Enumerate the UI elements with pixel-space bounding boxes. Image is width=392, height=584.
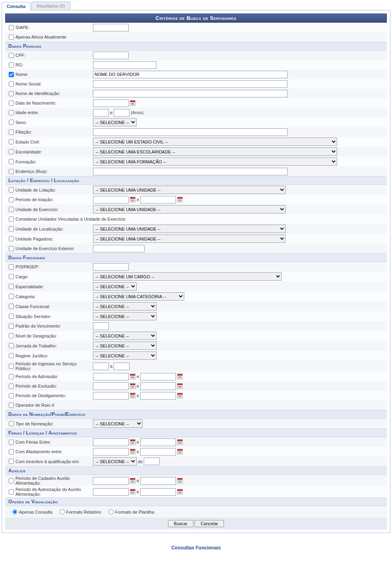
chk-aux-autorizacao[interactable] <box>9 489 14 495</box>
radio-relatorio[interactable] <box>60 509 65 514</box>
inp-incentivo-ano[interactable] <box>144 458 160 465</box>
inp-nome[interactable] <box>93 71 288 78</box>
chk-filiacao[interactable] <box>9 130 14 135</box>
chk-nome[interactable] <box>9 72 14 77</box>
chk-idade[interactable] <box>9 110 14 115</box>
calendar-icon[interactable] <box>177 197 183 202</box>
cancelar-button[interactable]: Cancelar <box>195 520 224 527</box>
inp-exclusao-ate[interactable] <box>140 382 176 390</box>
inp-aux-cad-ate[interactable] <box>140 477 176 485</box>
calendar-icon[interactable] <box>130 374 135 379</box>
chk-raiox[interactable] <box>9 403 14 408</box>
sel-especialidade[interactable]: -- SELECIONE -- <box>93 282 137 291</box>
inp-ferias-ate[interactable] <box>140 438 176 446</box>
calendar-icon[interactable] <box>130 489 135 495</box>
chk-jornada[interactable] <box>9 343 14 348</box>
chk-unid-lotacao[interactable] <box>9 187 14 192</box>
chk-nome-ident[interactable] <box>9 91 14 96</box>
inp-nome-social[interactable] <box>93 80 288 88</box>
inp-rg[interactable] <box>93 61 156 69</box>
chk-com-incentivo[interactable] <box>9 459 14 464</box>
inp-endereco[interactable] <box>93 168 288 175</box>
sel-jornada[interactable]: -- SELECIONE -- <box>93 341 156 350</box>
sel-formacao[interactable]: -- SELECIONE UMA FORMAÇÃO -- <box>93 157 337 166</box>
chk-ativos[interactable] <box>9 35 14 40</box>
inp-afast-ate[interactable] <box>140 448 176 456</box>
sel-unid-pagadora[interactable]: -- SELECIONE UMA UNIDADE -- <box>93 235 286 243</box>
inp-siape[interactable] <box>93 24 129 31</box>
chk-unid-localizacao[interactable] <box>9 226 14 231</box>
inp-ferias-de[interactable] <box>93 438 129 446</box>
calendar-icon[interactable] <box>177 374 183 379</box>
chk-siape[interactable] <box>9 25 14 30</box>
tab-consulta[interactable]: Consulta <box>2 2 31 10</box>
chk-pis[interactable] <box>9 264 14 270</box>
buscar-button[interactable]: Buscar <box>168 520 193 527</box>
inp-aux-aut-de[interactable] <box>93 488 129 496</box>
inp-unid-ext[interactable] <box>93 245 145 252</box>
chk-rg[interactable] <box>9 62 14 68</box>
chk-com-ferias[interactable] <box>9 440 14 445</box>
sel-unid-exercicio[interactable]: -- SELECIONE UMA UNIDADE -- <box>93 205 286 213</box>
inp-idade-de[interactable] <box>93 109 109 116</box>
sel-regime[interactable]: -- SELECIONE -- <box>93 351 156 360</box>
chk-endereco[interactable] <box>9 169 14 174</box>
chk-especialidade[interactable] <box>9 284 14 289</box>
inp-periodo-lotacao-de[interactable] <box>93 196 129 204</box>
chk-unid-exercicio[interactable] <box>9 207 14 212</box>
chk-admissao[interactable] <box>9 374 14 379</box>
inp-padrao[interactable] <box>93 322 109 330</box>
chk-com-afast[interactable] <box>9 449 14 454</box>
chk-desligamento[interactable] <box>9 393 14 398</box>
calendar-icon[interactable] <box>130 197 135 202</box>
calendar-icon[interactable] <box>130 393 135 398</box>
sel-unid-localizacao[interactable]: -- SELECIONE UMA UNIDADE -- <box>93 225 286 233</box>
sel-incentivo[interactable]: -- SELECIONE -- <box>93 457 137 466</box>
inp-admissao-de[interactable] <box>93 373 129 380</box>
chk-unid-pagadora[interactable] <box>9 236 14 241</box>
inp-idade-ate[interactable] <box>114 109 129 116</box>
chk-periodo-lotacao[interactable] <box>9 197 14 202</box>
inp-filiacao[interactable] <box>93 128 288 136</box>
chk-data-nasc[interactable] <box>9 101 14 106</box>
chk-categoria[interactable] <box>9 294 14 299</box>
inp-ingresso-de[interactable] <box>93 363 109 370</box>
tab-resultados[interactable]: Resultados (0) <box>31 2 70 10</box>
chk-considerar[interactable] <box>9 217 14 222</box>
chk-classe[interactable] <box>9 304 14 309</box>
chk-cargo[interactable] <box>9 274 14 279</box>
calendar-icon[interactable] <box>177 478 183 483</box>
footer-link[interactable]: Consultas Funcionais <box>2 545 390 551</box>
chk-ingresso[interactable] <box>9 364 14 369</box>
calendar-icon[interactable] <box>130 100 135 106</box>
calendar-icon[interactable] <box>130 449 135 454</box>
sel-sexo[interactable]: -- SELECIONE -- <box>93 118 137 126</box>
chk-sexo[interactable] <box>9 120 14 125</box>
inp-periodo-lotacao-ate[interactable] <box>140 196 176 204</box>
chk-cpf[interactable] <box>9 53 14 58</box>
sel-classe[interactable]: -- SELECIONE -- <box>93 302 156 310</box>
chk-estado-civil[interactable] <box>9 139 14 144</box>
inp-cpf[interactable] <box>93 52 129 59</box>
chk-situacao[interactable] <box>9 314 14 319</box>
calendar-icon[interactable] <box>177 383 183 389</box>
sel-nivel[interactable]: -- SELECIONE -- <box>93 332 156 340</box>
inp-aux-cad-de[interactable] <box>93 477 129 485</box>
chk-aux-cadastro[interactable] <box>9 478 14 483</box>
inp-desligamento-ate[interactable] <box>140 392 176 400</box>
sel-situacao[interactable]: -- SELECIONE -- <box>93 312 156 320</box>
inp-afast-de[interactable] <box>93 448 129 456</box>
chk-regime[interactable] <box>9 353 14 358</box>
inp-admissao-ate[interactable] <box>140 373 176 380</box>
inp-aux-aut-ate[interactable] <box>140 488 176 496</box>
chk-exclusao[interactable] <box>9 384 14 389</box>
inp-data-nasc[interactable] <box>93 99 129 107</box>
sel-cargo[interactable]: -- SELECIONE UM CARGO -- <box>93 272 282 281</box>
chk-escolaridade[interactable] <box>9 149 14 154</box>
calendar-icon[interactable] <box>177 489 183 495</box>
calendar-icon[interactable] <box>130 478 135 483</box>
sel-categoria[interactable]: -- SELECIONE UMA CATEGORIA -- <box>93 292 184 301</box>
sel-unid-lotacao[interactable]: -- SELECIONE UMA UNIDADE -- <box>93 186 286 194</box>
calendar-icon[interactable] <box>177 393 183 398</box>
chk-tipo-nomeacao[interactable] <box>9 421 14 426</box>
